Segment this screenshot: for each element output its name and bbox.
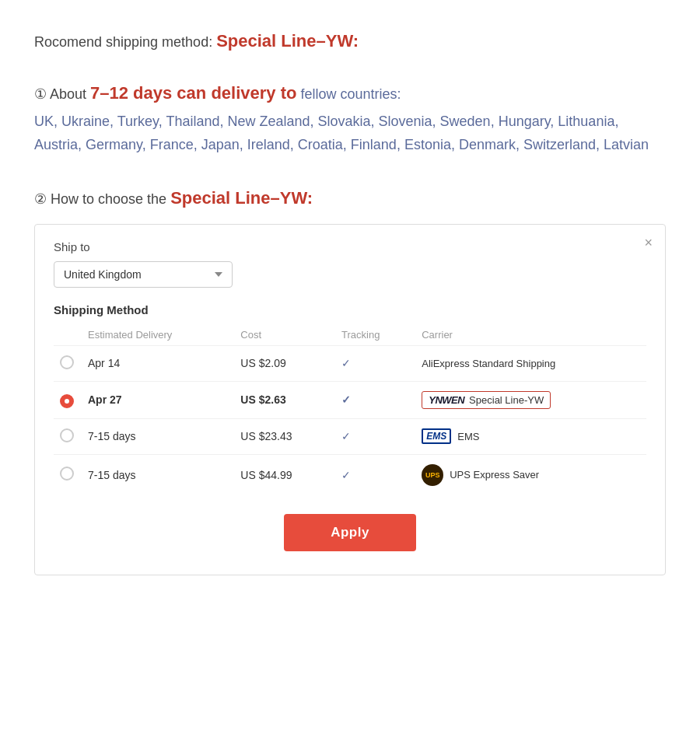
- radio-row3[interactable]: [60, 428, 74, 442]
- cost-row1: US $2.09: [234, 345, 335, 381]
- radio-row1[interactable]: [60, 355, 74, 369]
- carrier-cell-row1: AliExpress Standard Shipping: [422, 358, 640, 369]
- delivery-date-row1: Apr 14: [82, 345, 234, 381]
- choose-intro-text: How to choose the: [51, 191, 166, 207]
- choose-section: ② How to choose the Special Line–YW: × S…: [34, 188, 666, 575]
- recommend-prefix: Rocomend shipping method:: [34, 34, 212, 50]
- delivery-step: ①: [34, 86, 47, 102]
- apply-button[interactable]: Apply: [284, 514, 416, 551]
- recommend-line: Rocomend shipping method: Special Line–Y…: [34, 31, 666, 51]
- choose-intro: ② How to choose the Special Line–YW:: [34, 188, 666, 208]
- close-button[interactable]: ×: [644, 236, 653, 250]
- carrier-name-row3: EMS: [457, 431, 479, 442]
- cost-row3: US $23.43: [234, 418, 335, 454]
- country-select[interactable]: United Kingdom Germany France Japan Irel…: [54, 261, 233, 288]
- col-radio: [54, 324, 82, 346]
- ship-to-panel: × Ship to United Kingdom Germany France …: [34, 224, 666, 575]
- carrier-logo-ems: EMS: [422, 428, 451, 444]
- delivery-intro-prefix: About: [50, 86, 90, 102]
- col-tracking: Tracking: [335, 324, 415, 346]
- delivery-days: 7–12 days can delivery to: [90, 83, 296, 103]
- shipping-table: Estimated Delivery Cost Tracking Carrier…: [54, 324, 646, 495]
- delivery-section: ① About 7–12 days can delivery to fellow…: [34, 82, 666, 157]
- delivery-countries: UK, Ukraine, Turkey, Thailand, New Zeala…: [34, 110, 666, 157]
- tracking-check-row2: ✓: [341, 393, 351, 406]
- delivery-date-row3: 7-15 days: [82, 418, 234, 454]
- carrier-name-row4: UPS Express Saver: [450, 469, 539, 481]
- carrier-name-row1: AliExpress Standard Shipping: [422, 358, 555, 369]
- radio-row4[interactable]: [60, 467, 74, 481]
- recommend-method: Special Line–YW:: [216, 31, 359, 51]
- col-carrier: Carrier: [415, 324, 646, 346]
- delivery-countries-label: fellow countries:: [300, 86, 401, 102]
- table-row: 7-15 days US $44.99 ✓ UPS UPS Express Sa…: [54, 454, 646, 495]
- cost-row4: US $44.99: [234, 454, 335, 495]
- cost-row2: US $2.63: [234, 381, 335, 418]
- table-row: Apr 27 US $2.63 ✓ YNWEN Special Line-YW: [54, 381, 646, 418]
- table-row: Apr 14 US $2.09 ✓ AliExpress Standard Sh…: [54, 345, 646, 381]
- tracking-check-row3: ✓: [341, 430, 351, 442]
- delivery-intro: ① About 7–12 days can delivery to fellow…: [34, 82, 666, 107]
- carrier-name-special-row2: Special Line-YW: [469, 394, 544, 406]
- delivery-date-row2: Apr 27: [82, 381, 234, 418]
- carrier-cell-row2: YNWEN Special Line-YW: [422, 391, 640, 409]
- delivery-date-row4: 7-15 days: [82, 454, 234, 495]
- carrier-cell-row3: EMS EMS: [422, 428, 640, 444]
- apply-button-wrap: Apply: [54, 514, 646, 551]
- carrier-logo-ups: UPS: [422, 464, 443, 486]
- radio-row2[interactable]: [60, 394, 74, 408]
- choose-method: Special Line–YW:: [170, 188, 313, 208]
- carrier-special-row2: YNWEN Special Line-YW: [422, 391, 551, 409]
- ship-to-label: Ship to: [54, 240, 646, 253]
- col-delivery: Estimated Delivery: [82, 324, 234, 346]
- col-cost: Cost: [234, 324, 335, 346]
- choose-step: ②: [34, 191, 47, 207]
- table-row: 7-15 days US $23.43 ✓ EMS EMS: [54, 418, 646, 454]
- carrier-logo-yw: YNWEN: [429, 394, 464, 406]
- tracking-check-row4: ✓: [341, 469, 351, 481]
- shipping-method-title: Shipping Method: [54, 303, 646, 316]
- tracking-check-row1: ✓: [341, 357, 351, 369]
- carrier-cell-row4: UPS UPS Express Saver: [422, 464, 640, 486]
